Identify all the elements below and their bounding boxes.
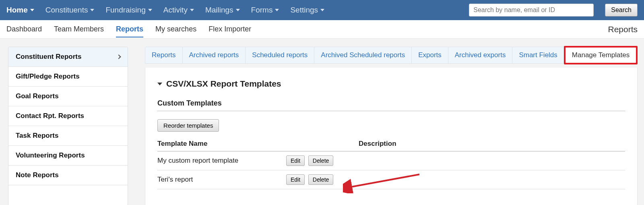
tab-archived-exports[interactable]: Archived exports	[448, 47, 513, 63]
sidebar-item-goal-reports[interactable]: Goal Reports	[8, 87, 128, 106]
sidebar: Constituent Reports Gift/Pledge Reports …	[8, 47, 128, 205]
sub-nav: Dashboard Team Members Reports My search…	[0, 20, 644, 39]
top-nav: Home Constituents Fundraising Activity M…	[0, 0, 644, 20]
table-row: Teri's report Edit Delete	[157, 170, 625, 189]
main-panel: Reports Archived reports Scheduled repor…	[145, 47, 638, 205]
nav-constituents[interactable]: Constituents	[45, 6, 95, 14]
subnav-reports[interactable]: Reports	[116, 25, 143, 37]
chevron-down-icon	[148, 9, 152, 11]
edit-button[interactable]: Edit	[286, 174, 305, 185]
tab-scheduled-reports[interactable]: Scheduled reports	[246, 47, 314, 63]
subnav-dashboard[interactable]: Dashboard	[6, 25, 42, 33]
sidebar-item-constituent-reports[interactable]: Constituent Reports	[8, 47, 128, 67]
sidebar-item-contact-rpt-reports[interactable]: Contact Rpt. Reports	[8, 106, 128, 126]
col-actions	[286, 137, 359, 151]
nav-label: Constituents	[45, 6, 88, 14]
sidebar-item-label: Note Reports	[16, 171, 59, 179]
nav-label: Mailings	[205, 6, 233, 14]
table-row: My custom report template Edit Delete	[157, 151, 625, 170]
sidebar-item-label: Gift/Pledge Reports	[16, 72, 80, 81]
nav-label: Activity	[163, 6, 188, 14]
tab-archived-reports[interactable]: Archived reports	[183, 47, 246, 63]
nav-label: Forms	[251, 6, 273, 14]
sidebar-item-label: Goal Reports	[16, 92, 59, 100]
nav-forms[interactable]: Forms	[251, 6, 279, 14]
nav-label: Settings	[290, 6, 318, 14]
sidebar-item-gift-pledge-reports[interactable]: Gift/Pledge Reports	[8, 67, 128, 87]
subnav-team-members[interactable]: Team Members	[54, 25, 104, 33]
search-button[interactable]: Search	[605, 4, 638, 17]
templates-table: Template Name Description My custom repo…	[157, 137, 625, 189]
chevron-right-icon	[116, 54, 121, 59]
table-header-row: Template Name Description	[157, 137, 625, 151]
page-title: Reports	[608, 25, 638, 34]
delete-button[interactable]: Delete	[308, 155, 333, 166]
chevron-down-icon	[190, 9, 194, 11]
chevron-down-icon	[90, 9, 94, 11]
edit-button[interactable]: Edit	[286, 155, 305, 166]
tab-reports[interactable]: Reports	[145, 47, 183, 63]
chevron-down-icon	[236, 9, 240, 11]
nav-mailings[interactable]: Mailings	[205, 6, 240, 14]
nav-settings[interactable]: Settings	[290, 6, 324, 14]
col-template-name: Template Name	[157, 137, 286, 151]
sidebar-item-label: Constituent Reports	[16, 53, 81, 61]
col-description: Description	[359, 137, 625, 151]
tab-row: Reports Archived reports Scheduled repor…	[145, 47, 638, 64]
template-desc-cell	[359, 151, 625, 170]
nav-fundraising[interactable]: Fundraising	[105, 6, 152, 14]
template-desc-cell	[359, 170, 625, 189]
nav-home[interactable]: Home	[6, 6, 34, 14]
sidebar-item-label: Task Reports	[16, 132, 58, 140]
sidebar-item-note-reports[interactable]: Note Reports	[8, 166, 128, 185]
subsection-title: Custom Templates	[157, 99, 625, 111]
chevron-down-icon	[275, 9, 279, 11]
nav-label: Fundraising	[105, 6, 145, 14]
chevron-down-icon	[320, 9, 324, 11]
chevron-down-icon	[157, 83, 162, 85]
content-area: Constituent Reports Gift/Pledge Reports …	[0, 39, 644, 205]
template-name-cell: My custom report template	[157, 151, 286, 170]
chevron-down-icon	[30, 9, 34, 11]
templates-panel: CSV/XLSX Report Templates Custom Templat…	[145, 68, 638, 205]
sidebar-item-volunteering-reports[interactable]: Volunteering Reports	[8, 146, 128, 166]
tab-smart-fields[interactable]: Smart Fields	[512, 47, 564, 63]
template-actions-cell: Edit Delete	[286, 170, 359, 189]
tab-manage-templates[interactable]: Manage Templates	[564, 46, 638, 64]
sidebar-item-task-reports[interactable]: Task Reports	[8, 126, 128, 146]
subnav-flex-importer[interactable]: Flex Importer	[208, 25, 251, 33]
section-title[interactable]: CSV/XLSX Report Templates	[157, 79, 625, 89]
nav-activity[interactable]: Activity	[163, 6, 194, 14]
subnav-my-searches[interactable]: My searches	[155, 25, 196, 33]
reorder-templates-button[interactable]: Reorder templates	[157, 119, 219, 132]
sidebar-item-label: Volunteering Reports	[16, 151, 85, 159]
delete-button[interactable]: Delete	[308, 174, 333, 185]
tab-archived-scheduled-reports[interactable]: Archived Scheduled reports	[314, 47, 412, 63]
tab-exports[interactable]: Exports	[412, 47, 448, 63]
sidebar-item-label: Contact Rpt. Reports	[16, 112, 84, 120]
template-actions-cell: Edit Delete	[286, 151, 359, 170]
template-name-cell: Teri's report	[157, 170, 286, 189]
nav-label: Home	[6, 6, 28, 14]
section-title-text: CSV/XLSX Report Templates	[166, 79, 281, 89]
search-input[interactable]	[469, 4, 594, 17]
